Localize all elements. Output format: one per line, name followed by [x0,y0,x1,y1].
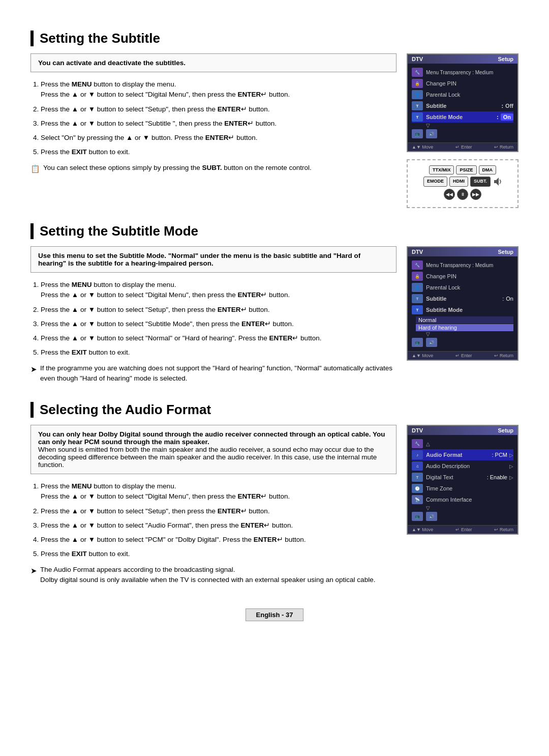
remote-row-1: TTX/MIX PSIZE DMA [413,165,512,175]
step: Press the ▲ or ▼ button to select "Audio… [41,520,396,531]
step: Press the ▲ or ▼ button to select "Setup… [41,506,396,516]
tv-down-arrow-2: ▽ [412,331,513,337]
tv-icon-s2-1: 🔧 [412,260,423,270]
tv-row-icons-bottom: 📺 🔊 [412,128,513,139]
tv-icon-s2-3: 👤 [412,283,423,292]
tv-row-s3-bottom-icons: 📺 🔊 [412,511,513,522]
tv-icon-5: T [412,112,423,122]
tv-screen-1: DTV Setup 🔧 Menu Transparency : Medium 🔒… [407,53,518,152]
section-subtitle-title: Setting the Subtitle [30,31,518,46]
remote-row-2: EMODE HDMI SUBT. [413,177,512,187]
tv-icon-s3-3: ♫ [412,461,423,471]
step: Press the EXIT button to exit. [41,147,396,157]
tv-icon-s3-7: 📺 [412,512,423,521]
tv-icon-s2-6: 📺 [412,338,423,347]
tv-icon-s2-2: 🔒 [412,272,423,281]
section3-info-line2: When sound is emitted from both the main… [38,446,377,469]
tv-icon-1: 🔧 [412,68,423,77]
tv-screen-3: DTV Setup 🔧 △ ♪ Audio Format : PCM ▷ [407,425,518,535]
tv-row-s3-audio-desc: ♫ Audio Description ▷ [412,460,513,472]
tv-footer-2: ▲▼ Move ↵ Enter ↩ Return [408,351,517,360]
step: Press the EXIT button to exit. [41,549,396,559]
tv-row-subtitle: T Subtitle : Off [412,100,513,111]
remote-row-3: ◀◀ ⏸ ▶▶ [413,189,512,200]
step: Press the MENU button to display the men… [41,481,396,502]
remote-btn-subt: SUBT. [470,177,491,187]
tv-icon-7: 🔊 [426,129,437,138]
tv-down-arrow-1: ▽ [412,123,513,128]
section-subtitle: Setting the Subtitle You can activate an… [30,31,518,208]
tv-row-pin: 🔒 Change PIN [412,78,513,89]
section3-note1: ➤ The Audio Format appears according to … [30,565,396,586]
tv-icon-4: T [412,101,423,110]
remote-btn-ttxmix: TTX/MIX [429,165,454,175]
tv-row-subtitle-mode: T Subtitle Mode : On [412,111,513,123]
section2-info-box: Use this menu to set the Subtitle Mode. … [30,246,396,273]
tv-icon-s3-5: 🕐 [412,484,423,493]
section-audio-format: Selecting the Audio Format You can only … [30,402,518,588]
tv-row-parental: 👤 Parental Lock [412,89,513,100]
remote-btn-ff: ▶▶ [470,189,481,200]
remote-btn-hdmi: HDMI [449,177,468,187]
tv-normal-option: Normal [416,316,513,324]
tv-row-menu-trans: 🔧 Menu Transparency : Medium [412,259,513,271]
tv-footer-1: ▲▼ Move ↵ Enter ↩ Return [408,142,517,151]
section-audio-format-title: Selecting the Audio Format [30,402,518,418]
section3-info-box: You can only hear Dolby Digital sound th… [30,425,396,474]
remote-btn-dma: DMA [479,165,497,175]
tv-row-s3-timezone: 🕐 Time Zone [412,483,513,494]
tv-mode-options: Normal Hard of hearing [412,316,513,331]
step: Press the ▲ or ▼ button to select "Setup… [41,305,396,315]
tv-hoh-option: Hard of hearing [416,324,513,331]
step: Press the MENU button to display the men… [41,79,396,100]
tv-icon-s2-5: T [412,305,423,314]
tv-icon-s3-4: T [412,473,423,482]
section3-steps: Press the MENU button to display the men… [30,481,396,560]
section2-steps: Press the MENU button to display the men… [30,280,396,358]
tv-icon-s3-8: 🔊 [426,512,437,521]
remote-btn-psize: PSIZE [456,165,476,175]
section2-image-area: DTV Setup 🔧 Menu Transparency : Medium 🔒… [407,246,518,361]
tv-icon-s3-6: 📡 [412,495,423,504]
tv-icon-6: 📺 [412,129,423,138]
tv-icon-s3-1: 🔧 [412,439,423,448]
tv-footer-3: ▲▼ Move ↵ Enter ↩ Return [408,525,517,534]
remote-mockup: TTX/MIX PSIZE DMA EMODE HDMI SUBT. ◀◀ ⏸ … [407,159,518,208]
tv-header-2: DTV Setup [408,247,517,256]
note-icon-2: ➤ [30,364,37,375]
section2-info-text: Use this menu to set the Subtitle Mode. … [38,252,360,267]
remote-btn-rew: ◀◀ [444,189,455,200]
tv-down-arrow-3: ▽ [412,505,513,511]
tv-row-s2-subtitle: T Subtitle : On [412,293,513,304]
remote-btn-pause: ⏸ [457,189,468,200]
note-icon: 📋 [30,163,40,175]
svg-marker-0 [494,178,499,186]
section1-info-box: You can activate and deactivate the subt… [30,53,396,72]
tv-header-1: DTV Setup [408,54,517,64]
step: Press the ▲ or ▼ button to select "Setup… [41,104,396,114]
tv-row-s3-digital-text: T Digital Text : Enable ▷ [412,472,513,483]
step: Press the ▲ or ▼ button to select "Subti… [41,119,396,129]
tv-row-s2-icons-bottom: 📺 🔊 [412,337,513,348]
section1-image-area: DTV Setup 🔧 Menu Transparency : Medium 🔒… [407,53,518,208]
section1-info-text: You can activate and deactivate the subt… [38,59,186,67]
tv-row-s2-mode: T Subtitle Mode [412,304,513,315]
tv-icon-2: 🔒 [412,79,423,88]
tv-header-3: DTV Setup [408,426,517,435]
section1-note: 📋 You can select these options simply by… [30,163,396,175]
section1-steps: Press the MENU button to display the men… [30,79,396,158]
step: Select "On" by pressing the ▲ or ▼ butto… [41,133,396,143]
section3-info-line1: You can only hear Dolby Digital sound th… [38,430,385,446]
tv-screen-2: DTV Setup 🔧 Menu Transparency : Medium 🔒… [407,246,518,361]
tv-row-s3-icons: 🔧 △ [412,438,513,449]
tv-icon-s2-7: 🔊 [426,338,437,347]
tv-row-s2-pin: 🔒 Change PIN [412,271,513,282]
page-footer: English - 37 [30,608,518,621]
tv-icon-3: 👤 [412,90,423,99]
remote-speaker-icon [494,177,502,187]
tv-row-s3-audio-format: ♪ Audio Format : PCM ▷ [412,449,513,460]
tv-icon-s3-2: ♪ [412,450,423,459]
step: Press the ▲ or ▼ button to select "Norma… [41,333,396,343]
tv-row-icons: 🔧 Menu Transparency : Medium [412,67,513,78]
step: Press the EXIT button to exit. [41,347,396,358]
